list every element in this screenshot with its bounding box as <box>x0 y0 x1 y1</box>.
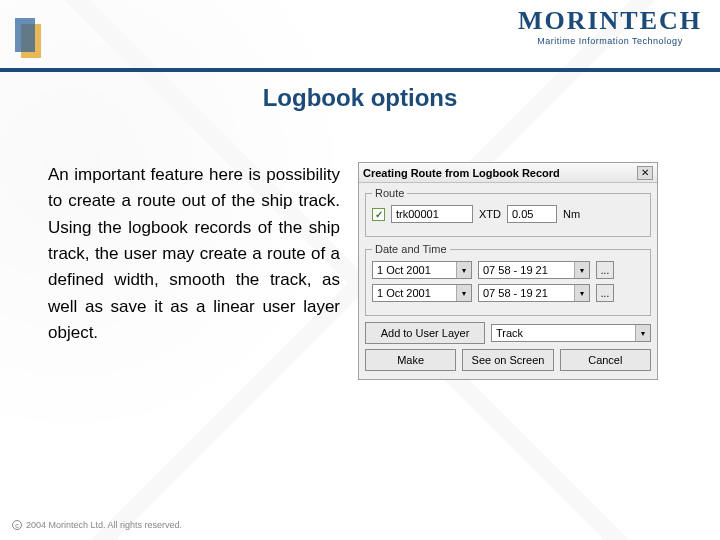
copyright-text: 2004 Morintech Ltd. All rights reserved. <box>26 520 182 530</box>
cancel-button[interactable]: Cancel <box>560 349 651 371</box>
route-legend: Route <box>372 187 407 199</box>
chevron-down-icon: ▾ <box>574 285 589 301</box>
datetime-group: Date and Time 1 Oct 2001 ▾ 07 58 - 19 21… <box>365 243 651 316</box>
end-date-combo[interactable]: 1 Oct 2001 ▾ <box>372 284 472 302</box>
dialog-title: Creating Route from Logbook Record <box>363 167 637 179</box>
page-title: Logbook options <box>0 84 720 112</box>
start-date-value: 1 Oct 2001 <box>373 262 456 278</box>
chevron-down-icon: ▾ <box>635 325 650 341</box>
start-datetime-more-button[interactable]: ... <box>596 261 614 279</box>
chevron-down-icon: ▾ <box>574 262 589 278</box>
copyright-footer: c 2004 Morintech Ltd. All rights reserve… <box>12 520 182 530</box>
body-paragraph: An important feature here is possibility… <box>48 162 340 380</box>
end-datetime-more-button[interactable]: ... <box>596 284 614 302</box>
xtd-label: XTD <box>479 208 501 220</box>
copyright-icon: c <box>12 520 22 530</box>
dialog-titlebar: Creating Route from Logbook Record ✕ <box>359 163 657 183</box>
chevron-down-icon: ▾ <box>456 285 471 301</box>
close-icon[interactable]: ✕ <box>637 166 653 180</box>
layer-value: Track <box>492 325 635 341</box>
route-enable-checkbox[interactable]: ✓ <box>372 208 385 221</box>
make-button[interactable]: Make <box>365 349 456 371</box>
start-time-combo[interactable]: 07 58 - 19 21 ▾ <box>478 261 590 279</box>
route-name-input[interactable]: trk00001 <box>391 205 473 223</box>
xtd-unit-label: Nm <box>563 208 580 220</box>
add-to-layer-button[interactable]: Add to User Layer <box>365 322 485 344</box>
brand-mark-icon <box>15 18 45 63</box>
header: MORINTECH Maritime Information Technolog… <box>0 0 720 72</box>
start-time-value: 07 58 - 19 21 <box>479 262 574 278</box>
route-group: Route ✓ trk00001 XTD 0.05 Nm <box>365 187 651 237</box>
layer-combo[interactable]: Track ▾ <box>491 324 651 342</box>
brand-name: MORINTECH <box>518 6 702 36</box>
xtd-input[interactable]: 0.05 <box>507 205 557 223</box>
create-route-dialog: Creating Route from Logbook Record ✕ Rou… <box>358 162 658 380</box>
see-on-screen-button[interactable]: See on Screen <box>462 349 553 371</box>
end-time-value: 07 58 - 19 21 <box>479 285 574 301</box>
chevron-down-icon: ▾ <box>456 262 471 278</box>
brand-logo: MORINTECH Maritime Information Technolog… <box>518 6 702 46</box>
start-date-combo[interactable]: 1 Oct 2001 ▾ <box>372 261 472 279</box>
end-date-value: 1 Oct 2001 <box>373 285 456 301</box>
datetime-legend: Date and Time <box>372 243 450 255</box>
end-time-combo[interactable]: 07 58 - 19 21 ▾ <box>478 284 590 302</box>
brand-tagline: Maritime Information Technology <box>518 36 702 46</box>
